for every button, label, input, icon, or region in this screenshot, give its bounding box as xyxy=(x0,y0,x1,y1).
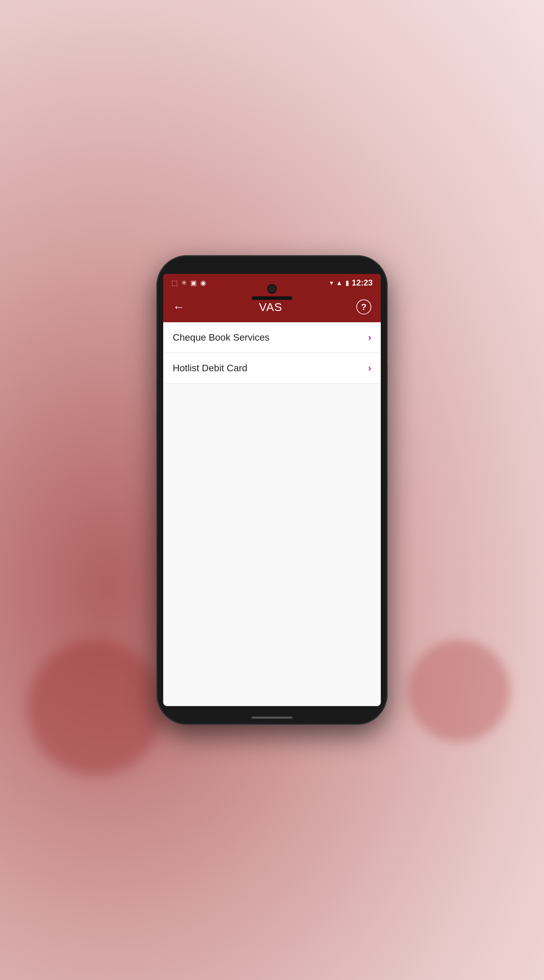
phone-screen: ⬚ ✳ ▣ ◉ ▾ ▲ ▮ 12:23 ← VAS ? xyxy=(163,274,381,706)
circle-icon: ◉ xyxy=(200,279,206,287)
volume-silent-button xyxy=(156,350,157,368)
phone-shell: ⬚ ✳ ▣ ◉ ▾ ▲ ▮ 12:23 ← VAS ? xyxy=(156,255,388,725)
signal-icon: ▲ xyxy=(336,279,343,287)
home-indicator xyxy=(252,717,292,719)
power-button xyxy=(387,364,388,385)
earpiece xyxy=(252,296,292,300)
status-right-icons: ▾ ▲ ▮ 12:23 xyxy=(330,278,373,288)
status-left-icons: ⬚ ✳ ▣ ◉ xyxy=(171,279,206,287)
volume-down-button xyxy=(156,412,157,439)
cheque-book-services-chevron: › xyxy=(368,332,371,343)
app-title: VAS xyxy=(259,301,282,314)
bg-decoration-right xyxy=(408,640,510,742)
hotlist-debit-card-chevron: › xyxy=(368,363,371,374)
content-area: Cheque Book Services › Hotlist Debit Car… xyxy=(163,322,381,706)
menu-item-hotlist-debit-card[interactable]: Hotlist Debit Card › xyxy=(163,353,381,383)
menu-item-cheque-book-services[interactable]: Cheque Book Services › xyxy=(163,322,381,353)
back-button[interactable]: ← xyxy=(173,300,185,314)
nfc-icon: ✳ xyxy=(181,279,187,287)
hotlist-debit-card-label: Hotlist Debit Card xyxy=(173,363,247,374)
battery-icon: ▮ xyxy=(346,279,349,287)
volume-up-button xyxy=(156,378,157,405)
cheque-book-services-label: Cheque Book Services xyxy=(173,332,270,343)
help-button[interactable]: ? xyxy=(356,299,371,314)
status-time: 12:23 xyxy=(352,278,373,288)
bg-decoration-left xyxy=(27,640,163,776)
front-camera xyxy=(267,284,277,294)
wifi-icon: ▾ xyxy=(330,279,333,287)
screenshot-icon: ⬚ xyxy=(171,279,178,287)
phone-top-bar xyxy=(252,284,292,300)
phone-wrapper: ⬚ ✳ ▣ ◉ ▾ ▲ ▮ 12:23 ← VAS ? xyxy=(156,255,388,725)
image-icon: ▣ xyxy=(190,279,197,287)
